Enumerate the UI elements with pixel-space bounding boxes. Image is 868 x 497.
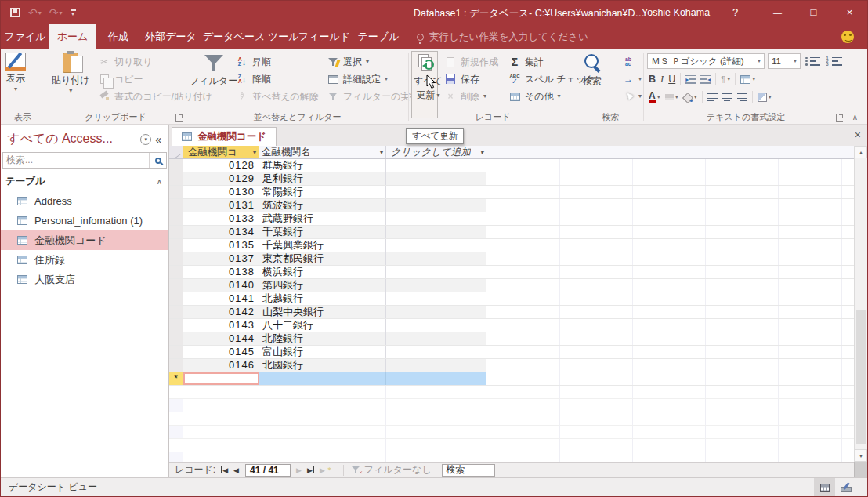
cell-add[interactable] (386, 186, 486, 198)
save-icon[interactable] (10, 8, 20, 17)
row-selector[interactable] (169, 332, 183, 345)
find-button[interactable]: 検索 (582, 53, 602, 86)
new-record-code-cell[interactable] (183, 372, 259, 385)
row-selector[interactable] (169, 186, 183, 198)
cell-code[interactable]: 0143 (183, 319, 259, 332)
help-button[interactable]: ? (718, 1, 753, 24)
cell-add[interactable] (386, 319, 486, 332)
cell-name[interactable]: 八十二銀行 (259, 319, 386, 332)
decrease-indent-button[interactable]: ◂ (700, 75, 711, 84)
cell-name[interactable]: 東京都民銀行 (259, 252, 386, 265)
document-tab[interactable]: 金融機関コード (172, 127, 277, 146)
select-button[interactable]: ▾ (620, 88, 644, 105)
remove-sort-button[interactable]: AZ 並べ替えの解除 (233, 88, 321, 105)
refresh-all-button[interactable]: すべて 更新▾ (414, 53, 443, 102)
datasheet-view-button[interactable] (814, 478, 835, 496)
sidebar-item[interactable]: 大阪支店 (1, 270, 168, 289)
cell-name[interactable]: 第四銀行 (259, 279, 386, 292)
record-position-box[interactable]: 41 / 41 (245, 464, 291, 477)
cell-add[interactable] (386, 346, 486, 358)
tab-file[interactable]: ファイル (1, 24, 49, 49)
shutter-bar-close-icon[interactable]: « (155, 133, 164, 146)
column-header-name[interactable]: 金融機関名 ▾ (259, 146, 386, 158)
tab-fields[interactable]: フィールド (296, 24, 353, 49)
italic-button[interactable]: I (660, 74, 664, 85)
new-blank-record-button[interactable]: ▶＊ (320, 465, 334, 476)
cell-name[interactable]: 常陽銀行 (259, 186, 386, 198)
gridlines-button[interactable]: ▾ (740, 75, 755, 84)
cell-add[interactable] (386, 266, 486, 278)
font-name-select[interactable]: ＭＳ Ｐゴシック (詳細)▾ (647, 53, 765, 69)
select-all-corner[interactable] (169, 146, 183, 158)
align-right-button[interactable] (737, 93, 747, 102)
align-center-button[interactable] (722, 93, 732, 102)
filter-indicator[interactable]: × フィルターなし (352, 463, 432, 477)
scrollbar-thumb[interactable] (856, 310, 866, 444)
nav-group-tables[interactable]: テーブル ∧ (1, 169, 168, 191)
cell-name[interactable]: 北陸銀行 (259, 332, 386, 345)
text-format-dialog-launcher[interactable] (836, 114, 843, 122)
highlight-button[interactable]: ▾ (665, 94, 678, 100)
cell-name[interactable]: 富山銀行 (259, 346, 386, 358)
feedback-smiley-icon[interactable] (841, 31, 854, 43)
cell-add[interactable] (386, 172, 486, 185)
sort-filter-caret-icon[interactable]: ▾ (380, 149, 383, 156)
cell-code[interactable]: 0141 (183, 292, 259, 305)
tab-database-tools[interactable]: データベース ツール (203, 24, 293, 49)
sort-filter-caret-icon[interactable]: ▾ (253, 149, 256, 156)
vertical-scrollbar[interactable]: ▲ ▼ (854, 146, 867, 462)
cell-code[interactable]: 0133 (183, 212, 259, 225)
new-record-row[interactable]: * (169, 372, 867, 386)
cell-add[interactable] (386, 279, 486, 292)
sidebar-item[interactable]: Address (1, 191, 168, 211)
cell-name[interactable]: 千葉銀行 (259, 226, 386, 238)
nav-search-button[interactable] (149, 153, 166, 168)
previous-record-button[interactable]: ◀ (233, 466, 239, 474)
sidebar-item[interactable]: Personal_infomation (1) (1, 211, 168, 230)
row-selector[interactable] (169, 172, 183, 185)
cell-code[interactable]: 0142 (183, 306, 259, 318)
redo-button[interactable]: ↷▾ (49, 6, 63, 19)
row-selector[interactable] (169, 226, 183, 238)
nav-pane-menu-icon[interactable]: ▾ (140, 134, 151, 145)
delete-record-button[interactable]: × 削除▾ (442, 88, 501, 105)
cell-code[interactable]: 0135 (183, 239, 259, 252)
bullets-button[interactable] (805, 57, 820, 66)
sidebar-item[interactable]: 住所録 (1, 250, 168, 270)
cell-name[interactable]: 筑波銀行 (259, 199, 386, 212)
cell-name[interactable]: 千葉興業銀行 (259, 239, 386, 252)
close-button[interactable]: × (832, 1, 867, 24)
cell-code[interactable]: 0145 (183, 346, 259, 358)
bold-button[interactable]: B (649, 74, 656, 85)
row-selector[interactable] (169, 319, 183, 332)
cell-code[interactable]: 0138 (183, 266, 259, 278)
cell-add[interactable] (386, 239, 486, 252)
row-selector[interactable] (169, 212, 183, 225)
text-direction-button[interactable]: ¶▾ (721, 74, 730, 84)
alternate-row-color-button[interactable]: ▾ (758, 93, 772, 102)
close-object-icon[interactable]: × (855, 129, 861, 141)
cell-name[interactable]: 足利銀行 (259, 172, 386, 185)
collapse-ribbon-button[interactable]: ∧ (852, 113, 858, 122)
row-selector[interactable] (169, 239, 183, 252)
row-selector[interactable] (169, 252, 183, 265)
cell-name[interactable]: 北國銀行 (259, 359, 386, 372)
row-selector[interactable] (169, 292, 183, 305)
cell-code[interactable]: 0130 (183, 186, 259, 198)
increase-indent-button[interactable]: ▸ (685, 75, 696, 84)
underline-button[interactable]: U (668, 74, 675, 85)
cell-code[interactable]: 0144 (183, 332, 259, 345)
font-size-select[interactable]: 11▾ (768, 53, 801, 69)
customize-qat-button[interactable]: ▾ (71, 9, 76, 16)
cell-add[interactable] (386, 292, 486, 305)
paste-button[interactable]: 貼り付け ▾ (52, 53, 90, 94)
cell-add[interactable] (386, 332, 486, 345)
view-button[interactable]: 表示 ▾ (5, 53, 26, 93)
nav-search-box[interactable]: 検索... (2, 152, 167, 169)
cell-add[interactable] (386, 306, 486, 318)
cell-code[interactable]: 0146 (183, 359, 259, 372)
new-record-button[interactable]: 新規作成 (442, 53, 501, 71)
cell-add[interactable] (386, 359, 486, 372)
design-view-button[interactable] (835, 478, 856, 496)
record-search-input[interactable]: 検索 (442, 464, 495, 477)
